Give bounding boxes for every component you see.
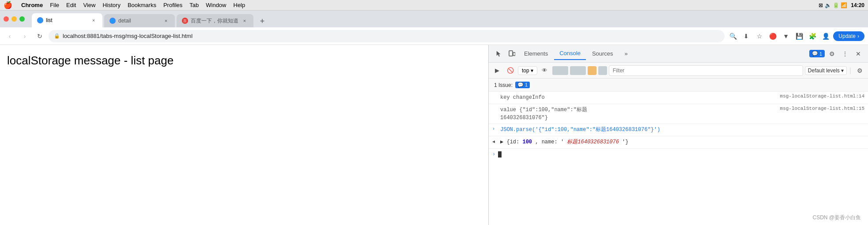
console-log-text: key changeInfo	[500, 94, 545, 101]
console-row: ◀ ▶ {id: 100 , name: ' 标题1640326831076 '…	[489, 136, 868, 149]
tab-list[interactable]: 🌐 list ×	[32, 13, 102, 27]
devtools-tab-console[interactable]: Console	[554, 48, 586, 60]
browser-window: 🌐 list × 🌐 detail × 百 百度一下，你就知道 ×	[0, 11, 868, 225]
tab-bar: 🌐 list × 🌐 detail × 百 百度一下，你就知道 ×	[0, 11, 868, 27]
console-source-link[interactable]: msg-localStorage-list.html:14	[780, 94, 864, 99]
console-clear-button[interactable]: 🚫	[505, 65, 516, 76]
obj-name-value: 标题1640326831076	[567, 139, 619, 145]
levels-arrow: ▾	[841, 68, 844, 74]
refresh-button[interactable]: ↻	[34, 30, 46, 42]
search-button[interactable]: 🔍	[727, 30, 739, 42]
update-button[interactable]: Update ›	[833, 31, 864, 41]
devtools-tab-more[interactable]: »	[619, 48, 633, 60]
obj-close: '}	[622, 139, 628, 145]
levels-label: Default levels	[808, 68, 840, 74]
save-button[interactable]: 💾	[793, 30, 805, 42]
console-context-selector[interactable]: top ▾	[518, 66, 537, 75]
devtools-message-badge[interactable]: 💬 1	[809, 50, 825, 57]
console-text: value {"id":100,"name":"标题1640326831076"…	[500, 106, 777, 122]
devtools-settings-icon[interactable]: ⚙	[826, 48, 838, 60]
toolbar-separator: |	[849, 67, 851, 75]
tab-title-baidu: 百度一下，你就知道	[191, 17, 238, 25]
menu-view[interactable]: View	[83, 2, 95, 8]
main-area: localStorage message - list page Element…	[0, 45, 868, 225]
devtools-cursor-icon[interactable]	[492, 48, 505, 60]
forward-button[interactable]: ›	[19, 30, 31, 42]
obj-comma: , name: '	[535, 139, 564, 145]
prompt-arrow-icon: ›	[492, 151, 495, 158]
devtools-more-icon[interactable]: ⋮	[839, 48, 851, 60]
new-tab-button[interactable]: +	[256, 15, 268, 27]
back-button[interactable]: ‹	[4, 30, 16, 42]
tabs-container: 🌐 list × 🌐 detail × 百 百度一下，你就知道 ×	[28, 11, 268, 27]
console-prompt[interactable]: ›	[489, 149, 868, 160]
maximize-window-button[interactable]	[19, 16, 25, 22]
console-settings-icon[interactable]: ⚙	[854, 65, 865, 76]
update-arrow: ›	[857, 33, 859, 39]
issues-bar: 1 Issue: 💬 1	[489, 79, 868, 92]
minimize-window-button[interactable]	[11, 16, 17, 22]
avatar-button[interactable]: 👤	[820, 30, 831, 42]
console-code: JSON.parse('{"id":100,"name":"标题16403268…	[500, 127, 660, 133]
console-output: key changeInfo msg-localStorage-list.htm…	[489, 92, 868, 225]
menu-file[interactable]: File	[50, 2, 59, 8]
extension-icon[interactable]: ▼	[780, 30, 792, 42]
console-source-link[interactable]: msg-localStorage-list.html:15	[780, 106, 864, 111]
menu-help[interactable]: Help	[234, 2, 245, 8]
tab-detail[interactable]: 🌐 detail ×	[104, 14, 175, 27]
expand-triangle[interactable]: ▶	[500, 139, 506, 145]
csdn-watermark: CSDN @姜香小白鱼	[812, 214, 861, 221]
page-title: localStorage message - list page	[7, 54, 481, 68]
tab-close-detail[interactable]: ×	[162, 17, 170, 24]
expand-icon[interactable]: ◀	[492, 139, 498, 144]
devtools-close-icon[interactable]: ✕	[852, 48, 864, 60]
console-eye-button[interactable]: 👁	[539, 65, 551, 76]
console-row: key changeInfo msg-localStorage-list.htm…	[489, 92, 868, 104]
console-play-button[interactable]: ▶	[491, 65, 503, 76]
menu-chrome[interactable]: Chrome	[21, 2, 43, 8]
devtools-tab-elements[interactable]: Elements	[519, 48, 553, 60]
console-filter-input[interactable]	[609, 65, 803, 76]
profile-icon[interactable]: 🔴	[767, 30, 778, 42]
apple-icon: 🍎	[4, 1, 12, 9]
devtools-tab-sources[interactable]: Sources	[587, 48, 619, 60]
console-text: key changeInfo	[500, 94, 777, 101]
extension2-icon[interactable]: 🧩	[807, 30, 818, 42]
console-levels-selector[interactable]: Default levels ▾	[805, 66, 847, 75]
menu-edit[interactable]: Edit	[66, 2, 76, 8]
menu-profiles[interactable]: Profiles	[163, 2, 182, 8]
lock-icon: 🔒	[54, 33, 60, 39]
bookmark-button[interactable]: ☆	[754, 30, 765, 42]
issues-badge[interactable]: 💬 1	[515, 82, 530, 88]
tab-close-list[interactable]: ×	[90, 17, 97, 24]
menu-tab[interactable]: Tab	[189, 2, 199, 8]
console-text: JSON.parse('{"id":100,"name":"标题16403268…	[500, 126, 864, 134]
menu-bar-right: ⊠ 🔈 🔋 📶 14:20	[819, 2, 864, 8]
tab-title-detail: detail	[118, 18, 160, 24]
expand-icon[interactable]: ›	[492, 127, 498, 131]
url-text: localhost:8881/tabs-msg/msg-localStorage…	[63, 33, 719, 39]
menu-system-icons: ⊠ 🔈 🔋 📶	[819, 2, 847, 8]
menu-bar: 🍎 Chrome File Edit View History Bookmark…	[0, 0, 868, 11]
address-bar[interactable]: 🔒 localhost:8881/tabs-msg/msg-localStora…	[49, 30, 725, 42]
close-window-button[interactable]	[4, 16, 9, 22]
menu-history[interactable]: History	[102, 2, 120, 8]
console-toolbar: ▶ 🚫 top ▾ 👁 Default levels ▾ | ⚙	[489, 63, 868, 79]
menu-window[interactable]: Window	[206, 2, 226, 8]
issues-count: 1 Issue:	[494, 82, 513, 88]
blur-indicator-3	[588, 66, 596, 75]
menu-bookmarks[interactable]: Bookmarks	[128, 2, 156, 8]
tab-favicon-detail: 🌐	[109, 18, 116, 24]
console-text: ▶ {id: 100 , name: ' 标题1640326831076 '}	[500, 138, 864, 146]
clock: 14:20	[851, 2, 864, 8]
blur-indicator-4	[598, 66, 607, 75]
traffic-lights	[0, 16, 28, 22]
download-button[interactable]: ⬇	[740, 30, 752, 42]
tab-baidu[interactable]: 百 百度一下，你就知道 ×	[177, 14, 253, 27]
devtools-device-icon[interactable]	[506, 48, 518, 60]
badge-count: 1	[819, 51, 822, 56]
update-label: Update	[838, 33, 856, 39]
tab-close-baidu[interactable]: ×	[241, 17, 248, 24]
tab-favicon-baidu: 百	[182, 18, 188, 24]
console-row: › JSON.parse('{"id":100,"name":"标题164032…	[489, 124, 868, 136]
